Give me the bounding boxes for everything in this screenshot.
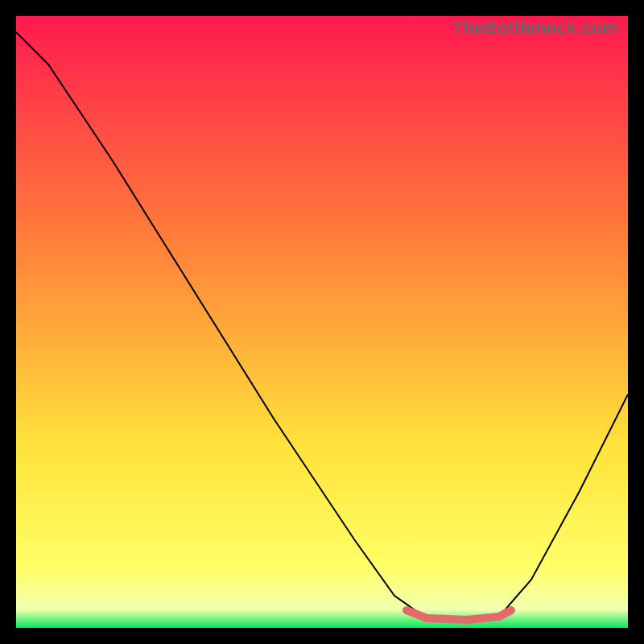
watermark-text: TheBottleneck.com <box>452 18 618 39</box>
gradient-background <box>16 16 628 628</box>
chart-frame: TheBottleneck.com <box>16 16 628 628</box>
bottleneck-chart <box>16 16 628 628</box>
